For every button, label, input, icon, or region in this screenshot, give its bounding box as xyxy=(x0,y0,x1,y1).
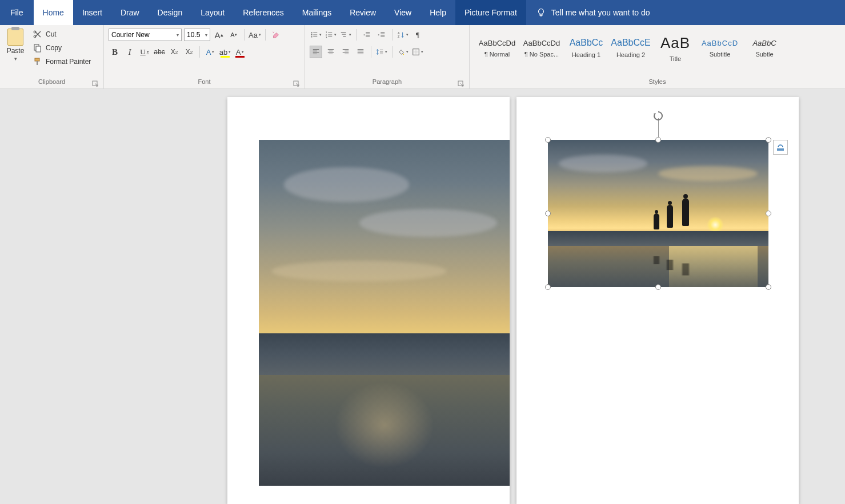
tab-home[interactable]: Home xyxy=(34,0,73,25)
text-effects-button[interactable]: A xyxy=(204,46,217,58)
bold-button[interactable]: B xyxy=(109,46,121,58)
numbering-button[interactable]: 123 xyxy=(325,29,337,41)
decrease-indent-button[interactable] xyxy=(361,29,373,41)
inserted-image-2[interactable] xyxy=(548,140,768,287)
bullets-icon xyxy=(310,31,318,39)
chevron-down-icon[interactable]: ▾ xyxy=(177,33,179,38)
outdent-icon xyxy=(363,31,371,39)
copy-label: Copy xyxy=(46,44,62,52)
image-content xyxy=(667,205,673,228)
paste-button[interactable]: Paste ▾ xyxy=(3,26,27,62)
group-font: Courier New ▾ 10.5 ▾ A▴ A▾ Aa B I xyxy=(104,25,305,88)
change-case-button[interactable]: Aa xyxy=(249,29,261,41)
clipboard-dialog-launcher[interactable] xyxy=(92,80,99,87)
tab-picture-format[interactable]: Picture Format xyxy=(455,0,526,25)
font-dialog-launcher[interactable] xyxy=(293,80,300,87)
sort-button[interactable]: AZ xyxy=(397,29,409,41)
image-content xyxy=(654,213,659,229)
style-normal[interactable]: AaBbCcDd ¶ Normal xyxy=(475,27,519,68)
italic-button[interactable]: I xyxy=(123,46,136,58)
style-name: Heading 2 xyxy=(616,51,645,58)
font-name-combo[interactable]: Courier New ▾ xyxy=(109,29,182,41)
grow-font-button[interactable]: A▴ xyxy=(213,29,225,41)
ribbon: Paste ▾ Cut Copy Format Painter Clipbo xyxy=(0,25,845,89)
align-left-button[interactable] xyxy=(310,46,322,58)
tab-mailings[interactable]: Mailings xyxy=(293,0,341,25)
bullets-button[interactable] xyxy=(310,29,322,41)
inserted-image-1[interactable] xyxy=(259,140,510,486)
style-subtitle[interactable]: AaBbCcD Subtitle xyxy=(698,27,742,68)
subscript-button[interactable]: X2 xyxy=(168,46,181,58)
justify-icon xyxy=(357,48,365,56)
style-name: ¶ Normal xyxy=(484,51,510,58)
superscript-button[interactable]: X2 xyxy=(183,46,195,58)
highlight-button[interactable]: ab xyxy=(219,46,231,58)
chevron-down-icon[interactable]: ▾ xyxy=(14,56,17,62)
document-canvas[interactable] xyxy=(0,89,845,504)
resize-handle-mr[interactable] xyxy=(766,211,771,216)
copy-button[interactable]: Copy xyxy=(31,42,93,54)
tab-draw[interactable]: Draw xyxy=(111,0,149,25)
paragraph-dialog-launcher[interactable] xyxy=(458,80,464,87)
format-painter-label: Format Painter xyxy=(46,58,91,66)
tab-references[interactable]: References xyxy=(234,0,293,25)
style-no-spacing[interactable]: AaBbCcDd ¶ No Spac... xyxy=(520,27,563,68)
group-label-font: Font xyxy=(107,78,301,88)
show-marks-button[interactable]: ¶ xyxy=(411,29,424,41)
svg-point-10 xyxy=(311,34,313,35)
paint-bucket-icon xyxy=(397,48,405,56)
layout-options-button[interactable] xyxy=(773,140,788,155)
style-sample: AaBbC xyxy=(752,39,776,47)
borders-button[interactable] xyxy=(411,46,424,58)
tell-me-search[interactable]: Tell me what you want to do xyxy=(526,0,660,25)
font-color-button[interactable]: A xyxy=(234,46,246,58)
style-subtle-emphasis[interactable]: AaBbC Subtle xyxy=(743,27,786,68)
tab-help[interactable]: Help xyxy=(421,0,455,25)
style-heading1[interactable]: AaBbCc Heading 1 xyxy=(564,27,608,68)
copy-icon xyxy=(33,43,42,53)
cut-button[interactable]: Cut xyxy=(31,29,93,40)
resize-handle-ml[interactable] xyxy=(545,211,551,216)
style-heading2[interactable]: AaBbCcE Heading 2 xyxy=(609,27,652,68)
align-left-icon xyxy=(312,48,320,56)
resize-handle-tm[interactable] xyxy=(655,137,661,143)
tab-file[interactable]: File xyxy=(0,0,34,25)
styles-gallery[interactable]: AaBbCcDd ¶ Normal AaBbCcDd ¶ No Spac... … xyxy=(473,26,788,70)
line-spacing-icon xyxy=(376,48,384,56)
resize-handle-bm[interactable] xyxy=(655,284,661,290)
svg-point-0 xyxy=(538,9,543,14)
resize-handle-tr[interactable] xyxy=(766,137,771,143)
underline-button[interactable]: U xyxy=(138,46,151,58)
format-painter-button[interactable]: Format Painter xyxy=(31,56,93,67)
resize-handle-br[interactable] xyxy=(766,284,771,290)
resize-handle-tl[interactable] xyxy=(545,137,551,143)
group-styles: AaBbCcDd ¶ Normal AaBbCcDd ¶ No Spac... … xyxy=(470,25,845,88)
shrink-font-button[interactable]: A▾ xyxy=(227,29,240,41)
tab-design[interactable]: Design xyxy=(149,0,192,25)
style-name: ¶ No Spac... xyxy=(524,51,559,58)
increase-indent-button[interactable] xyxy=(375,29,388,41)
style-title[interactable]: AaB Title xyxy=(654,27,697,68)
clear-formatting-button[interactable] xyxy=(270,29,282,41)
page-1[interactable] xyxy=(227,97,510,504)
align-right-icon xyxy=(342,48,350,56)
tab-view[interactable]: View xyxy=(385,0,421,25)
strikethrough-button[interactable]: abc xyxy=(153,46,166,58)
multilevel-list-button[interactable] xyxy=(339,29,352,41)
tab-layout[interactable]: Layout xyxy=(191,0,234,25)
line-spacing-button[interactable] xyxy=(375,46,388,58)
justify-button[interactable] xyxy=(354,46,367,58)
rotate-handle[interactable] xyxy=(652,110,664,122)
svg-text:Z: Z xyxy=(398,35,400,38)
resize-handle-bl[interactable] xyxy=(545,284,551,290)
chevron-down-icon[interactable]: ▾ xyxy=(205,33,207,38)
align-center-button[interactable] xyxy=(325,46,337,58)
tab-review[interactable]: Review xyxy=(341,0,385,25)
numbering-icon: 123 xyxy=(325,31,333,39)
selected-image[interactable] xyxy=(548,140,768,287)
font-size-combo[interactable]: 10.5 ▾ xyxy=(184,29,210,41)
tab-insert[interactable]: Insert xyxy=(73,0,111,25)
page-2[interactable] xyxy=(516,97,799,504)
shading-button[interactable] xyxy=(397,46,409,58)
align-right-button[interactable] xyxy=(339,46,352,58)
